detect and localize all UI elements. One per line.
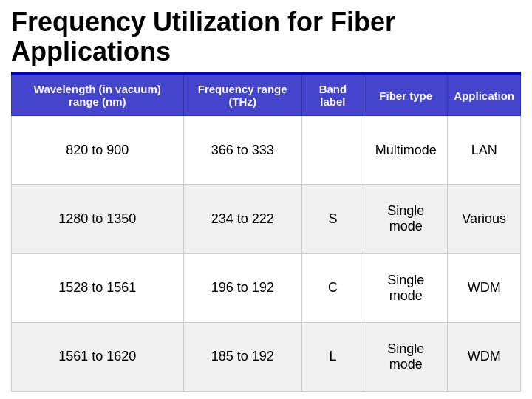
col-header-fiber-type: Fiber type: [364, 75, 448, 116]
page: Frequency Utilization for Fiber Applicat…: [0, 0, 532, 399]
table-row: 1528 to 1561196 to 192CSingle modeWDM: [12, 253, 521, 322]
cell-band: L: [301, 322, 364, 391]
table-header-row: Wavelength (in vacuum) range (nm) Freque…: [12, 75, 521, 116]
col-header-band: Band label: [301, 75, 364, 116]
cell-band: S: [301, 185, 364, 253]
col-header-wavelength: Wavelength (in vacuum) range (nm): [12, 75, 184, 116]
cell-application: WDM: [448, 322, 521, 391]
cell-wavelength: 1280 to 1350: [12, 185, 184, 253]
table-row: 1280 to 1350234 to 222SSingle modeVariou…: [12, 185, 521, 253]
cell-application: WDM: [448, 253, 521, 322]
cell-band: [301, 116, 364, 185]
cell-fiber-type: Single mode: [364, 253, 448, 322]
cell-wavelength: 1561 to 1620: [12, 322, 184, 391]
cell-application: Various: [448, 185, 521, 253]
cell-fiber-type: Single mode: [364, 322, 448, 391]
cell-frequency: 196 to 192: [183, 253, 301, 322]
title-line1: Frequency Utilization for Fiber: [11, 7, 395, 37]
table-row: 820 to 900366 to 333MultimodeLAN: [12, 116, 521, 185]
cell-wavelength: 820 to 900: [12, 116, 184, 185]
cell-band: C: [301, 253, 364, 322]
title-line2: Applications: [11, 36, 171, 66]
cell-fiber-type: Multimode: [364, 116, 448, 185]
cell-frequency: 366 to 333: [183, 116, 301, 185]
frequency-table: Wavelength (in vacuum) range (nm) Freque…: [11, 75, 521, 392]
cell-frequency: 234 to 222: [183, 185, 301, 253]
page-title: Frequency Utilization for Fiber Applicat…: [11, 7, 521, 66]
cell-frequency: 185 to 192: [183, 322, 301, 391]
col-header-frequency: Frequency range (THz): [183, 75, 301, 116]
table-row: 1561 to 1620185 to 192LSingle modeWDM: [12, 322, 521, 391]
cell-application: LAN: [448, 116, 521, 185]
cell-wavelength: 1528 to 1561: [12, 253, 184, 322]
cell-fiber-type: Single mode: [364, 185, 448, 253]
col-header-application: Application: [448, 75, 521, 116]
